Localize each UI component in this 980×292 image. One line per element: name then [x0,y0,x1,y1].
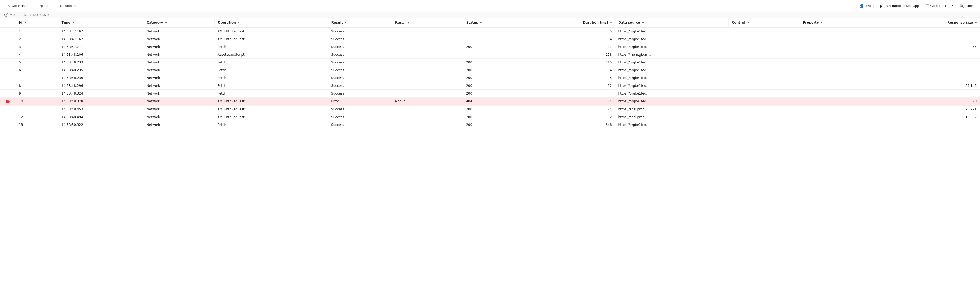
clear-data-button[interactable]: ✕ Clear data [4,2,30,10]
cell-datasource: https://orgbe1fed... [615,74,729,82]
col-header-id[interactable]: Id ▾ [16,18,58,27]
cell-datasource: https://orgbe1fed... [615,90,729,97]
table-row[interactable]: 1114:58:48.453NetworkXMLHttpRequestSucce… [0,105,980,113]
cell-responsesize [885,90,980,97]
sort-icon-category: ▾ [165,21,167,24]
col-header-datasource[interactable]: Data source ▾ [615,18,729,27]
chevron-down-icon: ▾ [951,4,953,7]
table-row[interactable]: 114:58:47.167NetworkXMLHttpRequestSucces… [0,27,980,35]
cell-duration: 4 [521,90,615,97]
cell-time: 14:58:48.233 [58,59,143,67]
cell-time: 14:58:48.236 [58,74,143,82]
cell-operation: Fetch [215,67,328,74]
cell-datasource: https://orgbe1fed... [615,82,729,90]
cell-control [729,67,800,74]
invite-button[interactable]: 👤 Invite [857,2,876,10]
compact-list-button[interactable]: ☰ Compact list ▾ [923,2,956,10]
play-model-driven-app-button[interactable]: ▶ Play model-driven app [877,2,921,10]
cell-result: Success [328,82,392,90]
cell-operation: Fetch [215,90,328,97]
sort-icon-id: ▾ [25,21,26,24]
cell-res [392,67,463,74]
sort-icon-control: ▾ [748,21,749,24]
table-row[interactable]: 914:58:48.324NetworkFetchSuccess2004http… [0,90,980,97]
list-icon: ☰ [926,4,929,8]
row-indicator [0,43,16,51]
col-header-control[interactable]: Control ▾ [729,18,800,27]
sort-icon-status: ▾ [480,21,482,24]
cell-operation: XMLHttpRequest [215,113,328,121]
cell-res [392,27,463,35]
cell-duration: 2 [521,113,615,121]
upload-button[interactable]: ↑ Upload [32,2,52,10]
col-header-time[interactable]: Time ▾ [58,18,143,27]
toolbar-right: 👤 Invite ▶ Play model-driven app ☰ Compa… [857,2,976,10]
table-row[interactable]: 214:58:47.167NetworkXMLHttpRequestSucces… [0,35,980,43]
cell-status [463,35,521,43]
cell-category: Network [143,51,215,59]
cell-res [392,105,463,113]
table-row[interactable]: 1314:58:50.922NetworkFetchSuccess200348h… [0,121,980,129]
cell-status: 200 [463,59,521,67]
cell-category: Network [143,67,215,74]
cell-property [800,27,885,35]
cell-status [463,51,521,59]
cell-responsesize [885,74,980,82]
table-row[interactable]: 1214:58:48.494NetworkXMLHttpRequestSucce… [0,113,980,121]
cell-property [800,35,885,43]
cell-time: 14:58:47.167 [58,27,143,35]
cell-duration: 4 [521,67,615,74]
cell-duration: 4 [521,35,615,43]
cell-category: Network [143,113,215,121]
cell-status: 200 [463,121,521,129]
cell-category: Network [143,97,215,106]
cell-result: Success [328,113,392,121]
cell-category: Network [143,90,215,97]
cell-property [800,59,885,67]
cell-id: 12 [16,113,58,121]
cell-operation: XMLHttpRequest [215,97,328,106]
cell-time: 14:58:48.296 [58,82,143,90]
cell-datasource: https://orgbe1fed... [615,121,729,129]
download-button[interactable]: ↓ Download [54,2,78,10]
cell-duration: 115 [521,59,615,67]
row-indicator [0,113,16,121]
table-row[interactable]: 614:58:48.235NetworkFetchSuccess2004http… [0,67,980,74]
cell-id: 10 [16,97,58,106]
sort-icon-result: ▾ [345,21,347,24]
col-header-result[interactable]: Result ▾ [328,18,392,27]
table-row[interactable]: 414:58:48.106NetworkAssetLoad.ScriptSucc… [0,51,980,59]
cell-datasource: https://orgbe1fed... [615,59,729,67]
cell-datasource: https://orgbe1fed... [615,97,729,106]
cell-status: 404 [463,97,521,106]
table-row[interactable]: ✕1014:58:48.378NetworkXMLHttpRequestErro… [0,97,980,106]
cell-operation: Fetch [215,43,328,51]
cell-responsesize [885,27,980,35]
table-row[interactable]: 714:58:48.236NetworkFetchSuccess2005http… [0,74,980,82]
col-header-responsesize[interactable]: Response size ▾ [885,18,980,27]
table-row[interactable]: 314:58:47.771NetworkFetchSuccess20087htt… [0,43,980,51]
cell-res [392,74,463,82]
table-row[interactable]: 514:58:48.233NetworkFetchSuccess200115ht… [0,59,980,67]
person-icon: 👤 [859,4,864,8]
cell-duration: 138 [521,51,615,59]
sort-icon-operation: ▾ [238,21,239,24]
col-header-status[interactable]: Status ▾ [463,18,521,27]
col-header-property[interactable]: Property ▾ [800,18,885,27]
col-header-res[interactable]: Res... ▾ [392,18,463,27]
row-indicator [0,27,16,35]
sort-icon-datasource: ▾ [642,21,643,24]
sort-icon-duration: ▾ [610,21,612,24]
cell-result: Error [328,97,392,106]
table-row[interactable]: 814:58:48.296NetworkFetchSuccess20092htt… [0,82,980,90]
sort-icon-res: ▾ [407,21,409,24]
cell-operation: AssetLoad.Script [215,51,328,59]
cell-result: Success [328,35,392,43]
cell-responsesize [885,51,980,59]
filter-button[interactable]: 🔍 Filter [957,2,976,10]
col-header-category[interactable]: Category ▾ [143,18,215,27]
col-header-operation[interactable]: Operation ▾ [215,18,328,27]
col-header-duration[interactable]: Duration (ms) ▾ [521,18,615,27]
cell-responsesize: 69,143 [885,82,980,90]
cell-id: 5 [16,59,58,67]
